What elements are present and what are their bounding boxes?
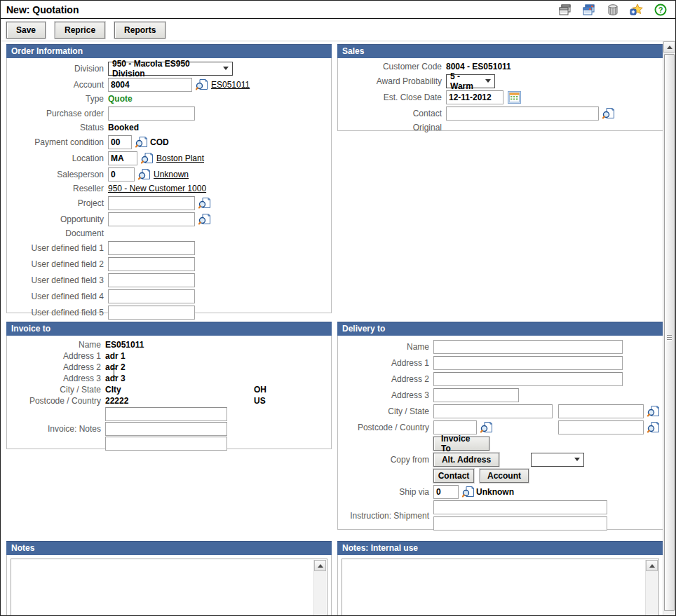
udf5-input[interactable]: [108, 306, 195, 320]
sales-contact-row: Contact: [338, 105, 663, 121]
est-close-date-row: Est. Close Date: [338, 89, 663, 105]
udf1-input[interactable]: [108, 241, 195, 255]
delivery-postcode-country-row: Postcode / Country: [338, 419, 663, 435]
reports-button[interactable]: Reports: [114, 22, 165, 39]
ship-via-lookup-icon[interactable]: [462, 486, 475, 498]
original-row: Original: [338, 121, 663, 134]
calendar-icon[interactable]: [508, 91, 521, 104]
ship-via-input[interactable]: [433, 485, 459, 499]
page-scrollbar-thumb[interactable]: [664, 54, 675, 611]
instruction-shipment-label: Instruction: Shipment: [338, 511, 433, 521]
payment-condition-input[interactable]: [108, 135, 132, 149]
notes-internal-scrollbar[interactable]: [645, 560, 658, 616]
page-scrollbar[interactable]: [663, 41, 675, 615]
add-favorite-icon[interactable]: [630, 3, 643, 16]
copy-account-button[interactable]: Account: [480, 469, 529, 483]
page-scroll-up-button[interactable]: [663, 41, 675, 53]
document-row: Document: [7, 227, 331, 240]
status-label: Status: [7, 123, 108, 132]
triangle-up-icon: [667, 46, 672, 49]
account-label: Account: [7, 80, 108, 90]
delivery-state-input[interactable]: [558, 404, 644, 418]
award-probability-select[interactable]: 5 - Warm: [446, 74, 495, 88]
tile-windows-icon[interactable]: [558, 3, 572, 16]
delivery-name-input[interactable]: [433, 340, 623, 354]
reseller-label: Reseller: [7, 184, 108, 193]
scrollbar-grip-icon: [667, 334, 672, 341]
sales-contact-lookup-icon[interactable]: [602, 107, 615, 119]
reseller-link[interactable]: 950 - New Customer 1000: [108, 184, 206, 193]
udf2-input[interactable]: [108, 257, 195, 271]
delivery-state-lookup-icon[interactable]: [647, 405, 660, 417]
opportunity-input[interactable]: [108, 212, 195, 226]
location-link[interactable]: Boston Plant: [156, 153, 204, 163]
sales-contact-input[interactable]: [446, 107, 599, 121]
est-close-date-input[interactable]: [446, 90, 503, 104]
chevron-down-icon: [485, 79, 491, 83]
account-link[interactable]: ES051011: [211, 80, 250, 90]
invoice-notes-input-1[interactable]: [105, 407, 227, 421]
purchase-order-input[interactable]: [108, 107, 195, 121]
account-input[interactable]: [108, 78, 192, 92]
udf4-label: User defined field 4: [7, 292, 108, 301]
delivery-postcode-input[interactable]: [433, 420, 477, 434]
udf3-input[interactable]: [108, 273, 195, 287]
instruction-shipment-input-1[interactable]: [433, 500, 607, 514]
udf2-label: User defined field 2: [7, 259, 108, 269]
scroll-up-button[interactable]: [646, 560, 658, 571]
delivery-address1-label: Address 1: [338, 358, 433, 368]
est-close-date-label: Est. Close Date: [338, 93, 446, 102]
delivery-name-label: Name: [338, 342, 433, 352]
delivery-address3-input[interactable]: [433, 388, 519, 402]
invoice-notes-input-2[interactable]: [105, 422, 227, 436]
ship-via-name: Unknown: [476, 487, 514, 497]
help-icon[interactable]: ?: [654, 3, 667, 16]
scroll-up-button[interactable]: [314, 560, 326, 571]
delivery-address3-row: Address 3: [338, 387, 663, 403]
archive-icon[interactable]: [606, 3, 619, 16]
location-input[interactable]: [108, 151, 137, 165]
division-select[interactable]: 950 - Macola ES950 Division: [108, 62, 233, 76]
alt-address-select[interactable]: [531, 453, 584, 467]
reprice-button[interactable]: Reprice: [55, 22, 105, 39]
delivery-address2-input[interactable]: [433, 372, 623, 386]
section-header: Notes: Internal use: [337, 541, 663, 555]
udf4-input[interactable]: [108, 289, 195, 303]
invoice-city-state-label: City / State: [7, 385, 105, 395]
salesperson-lookup-icon[interactable]: [138, 168, 151, 180]
account-lookup-icon[interactable]: [196, 78, 208, 90]
project-label: Project: [7, 198, 108, 208]
project-input[interactable]: [108, 196, 195, 210]
delivery-country-lookup-icon[interactable]: [647, 421, 660, 433]
instruction-shipment-input-2[interactable]: [433, 516, 607, 531]
delivery-city-input[interactable]: [433, 404, 553, 418]
project-lookup-icon[interactable]: [198, 197, 211, 209]
delivery-postcode-lookup-icon[interactable]: [480, 421, 493, 433]
section-header: Delivery to: [337, 322, 663, 336]
opportunity-lookup-icon[interactable]: [198, 213, 211, 225]
notes-textarea[interactable]: [11, 559, 327, 616]
location-lookup-icon[interactable]: [141, 152, 154, 164]
notes-scrollbar[interactable]: [313, 560, 326, 616]
save-button[interactable]: Save: [6, 22, 46, 39]
copy-contact-button[interactable]: Contact: [433, 469, 474, 483]
payment-condition-label: Payment condition: [7, 137, 108, 147]
invoice-notes-row-3: [7, 436, 331, 451]
delivery-address1-input[interactable]: [433, 356, 623, 370]
invoice-postcode-value: 22222: [105, 396, 128, 406]
delivery-country-input[interactable]: [558, 420, 644, 434]
copy-alt-address-button[interactable]: Alt. Address: [433, 453, 499, 467]
salesperson-link[interactable]: Unknown: [154, 170, 189, 179]
cascade-windows-icon[interactable]: [582, 3, 595, 16]
status-row: Status Booked: [7, 121, 331, 134]
invoice-notes-input-3[interactable]: [105, 437, 227, 451]
payment-condition-lookup-icon[interactable]: [135, 136, 148, 148]
salesperson-input[interactable]: [108, 167, 135, 182]
notes-internal-textarea[interactable]: [342, 559, 659, 616]
document-label: Document: [7, 228, 108, 238]
triangle-up-icon: [649, 564, 655, 568]
copy-invoice-to-button[interactable]: Invoice To: [433, 437, 489, 451]
payment-condition-name: COD: [150, 137, 169, 147]
text-cursor-pointer: [111, 368, 116, 377]
udf1-label: User defined field 1: [7, 243, 108, 253]
